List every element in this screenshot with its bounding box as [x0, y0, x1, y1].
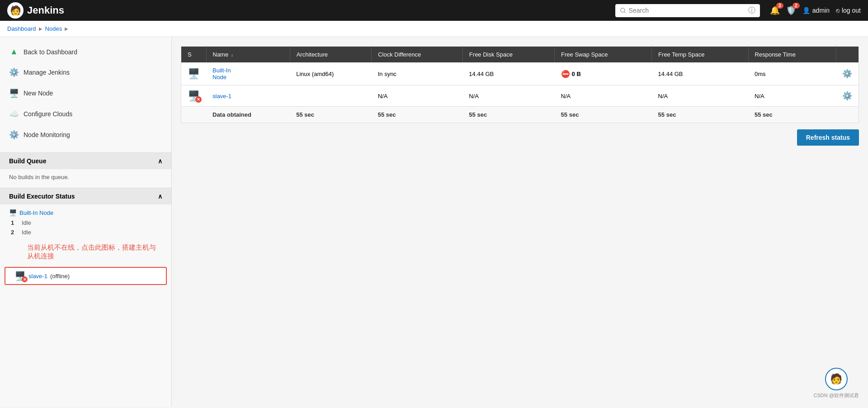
- node-monitoring-label: Node Monitoring: [24, 131, 70, 138]
- build-queue-body: No builds in the queue.: [0, 169, 171, 185]
- nodes-table-header: S Name ↓ Architecture Clock Difference F…: [181, 47, 859, 63]
- cloud-icon: ☁️: [9, 109, 19, 119]
- user-icon: 👤: [802, 7, 810, 14]
- node2-architecture: [290, 85, 372, 107]
- nodes-table: S Name ↓ Architecture Clock Difference F…: [181, 46, 859, 123]
- executor-2-idle: 2 Idle: [9, 228, 162, 237]
- nodes-table-body: 🖥️ Built-InNode Linux (amd64) In sync 14…: [181, 62, 859, 123]
- builtin-node-icon: 🖥️: [9, 209, 17, 216]
- main-header: 🧑 Jenkins ⓘ 🔔 3 🛡️ 2 👤 admin ⎋ log out: [0, 0, 868, 21]
- builtin-node-link[interactable]: Built-In Node: [19, 209, 53, 216]
- logo-text: Jenkins: [27, 5, 64, 16]
- node1-free-swap: ⛔ 0 B: [555, 62, 652, 85]
- help-icon[interactable]: ⓘ: [748, 6, 755, 15]
- watermark-face-icon: 🧑: [830, 373, 842, 385]
- notifications-button[interactable]: 🔔 3: [770, 5, 780, 15]
- breadcrumb-dashboard[interactable]: Dashboard: [7, 25, 36, 32]
- node2-gear-icon[interactable]: ⚙️: [842, 91, 852, 100]
- svg-line-1: [624, 12, 625, 13]
- footer-actions-col: [836, 107, 859, 123]
- sidebar-item-new-node[interactable]: 🖥️ New Node: [0, 83, 171, 104]
- search-icon: [620, 7, 626, 14]
- executor-1-idle: 1 Idle: [9, 218, 162, 228]
- watermark: 🧑 CSDN @软件测试君: [814, 368, 859, 399]
- build-executor-header[interactable]: Build Executor Status ∧: [0, 188, 171, 204]
- footer-temp-val: 55 sec: [652, 107, 748, 123]
- main-layout: ▲ Back to Dashboard ⚙️ Manage Jenkins 🖥️…: [0, 37, 868, 406]
- data-obtained-row: Data obtained 55 sec 55 sec 55 sec 55 se…: [181, 107, 859, 123]
- logout-label: log out: [842, 7, 861, 14]
- breadcrumb-nodes[interactable]: Nodes: [45, 25, 62, 32]
- node2-name-cell: slave-1: [206, 85, 290, 107]
- logo-face-icon: 🧑: [10, 5, 21, 16]
- gear-icon: ⚙️: [9, 67, 19, 77]
- node1-free-temp: 14.44 GB: [652, 62, 748, 85]
- node1-swap-value: 0 B: [572, 71, 581, 77]
- build-queue-section: Build Queue ∧ No builds in the queue.: [0, 152, 171, 185]
- sidebar: ▲ Back to Dashboard ⚙️ Manage Jenkins 🖥️…: [0, 37, 172, 406]
- slave1-link[interactable]: slave-1: [28, 273, 47, 280]
- user-menu[interactable]: 👤 admin: [802, 7, 830, 14]
- sidebar-item-configure-clouds[interactable]: ☁️ Configure Clouds: [0, 104, 171, 124]
- node1-actions[interactable]: ⚙️: [836, 62, 859, 85]
- logo-icon: 🧑: [7, 2, 24, 19]
- header-actions: 🔔 3 🛡️ 2 👤 admin ⎋ log out: [770, 5, 861, 15]
- executor-list: 🖥️ Built-In Node 1 Idle 2 Idle: [0, 204, 171, 240]
- executor-1-label: Idle: [22, 219, 31, 226]
- refresh-btn-row: Refresh status: [181, 129, 859, 146]
- node2-free-swap: N/A: [555, 85, 652, 107]
- node2-actions[interactable]: ⚙️: [836, 85, 859, 107]
- footer-label: Data obtained: [206, 107, 290, 123]
- annotation-text: 当前从机不在线，点击此图标，搭建主机与从机连接: [18, 240, 171, 264]
- logout-button[interactable]: ⎋ log out: [836, 7, 861, 14]
- node2-free-temp: N/A: [652, 85, 748, 107]
- sidebar-item-node-monitoring[interactable]: ⚙️ Node Monitoring: [0, 124, 171, 145]
- svg-point-0: [621, 8, 625, 12]
- table-row: 🖥️ ✕ slave-1 N/A N/A N/A N/A N/A ⚙️: [181, 85, 859, 107]
- col-free-swap: Free Swap Space: [555, 47, 652, 63]
- node2-icon: 🖥️ ✕: [188, 90, 200, 102]
- node2-clock-diff: N/A: [372, 85, 463, 107]
- sidebar-item-back-to-dashboard[interactable]: ▲ Back to Dashboard: [0, 42, 171, 62]
- stop-icon: ⛔: [561, 70, 570, 78]
- executor-builtin-node: 🖥️ Built-In Node: [9, 207, 162, 218]
- col-name: Name ↓: [206, 47, 290, 63]
- main-content: S Name ↓ Architecture Clock Difference F…: [172, 37, 868, 406]
- node1-name-cell: Built-InNode: [206, 62, 290, 85]
- node1-gear-icon[interactable]: ⚙️: [842, 69, 852, 78]
- build-queue-header[interactable]: Build Queue ∧: [0, 153, 171, 169]
- col-free-temp: Free Temp Space: [652, 47, 748, 63]
- col-s: S: [181, 47, 207, 63]
- sidebar-item-manage-jenkins[interactable]: ⚙️ Manage Jenkins: [0, 62, 171, 83]
- col-actions: [836, 47, 859, 63]
- node1-clock-diff: In sync: [372, 62, 463, 85]
- footer-architecture-val: 55 sec: [290, 107, 372, 123]
- footer-response-val: 55 sec: [748, 107, 836, 123]
- node1-architecture: Linux (amd64): [290, 62, 372, 85]
- footer-disk-val: 55 sec: [462, 107, 554, 123]
- watermark-circle: 🧑: [825, 368, 848, 390]
- new-node-label: New Node: [24, 90, 53, 97]
- slave1-icon: 🖥️ ✕: [14, 270, 26, 281]
- node2-name-link[interactable]: slave-1: [212, 93, 231, 100]
- col-architecture: Architecture: [290, 47, 372, 63]
- username-label: admin: [812, 7, 830, 14]
- configure-clouds-label: Configure Clouds: [24, 110, 72, 118]
- node1-status-cell: 🖥️: [181, 62, 207, 85]
- node2-status-cell: 🖥️ ✕: [181, 85, 207, 107]
- search-input[interactable]: [629, 7, 745, 14]
- footer-empty-col: [181, 107, 207, 123]
- col-free-disk: Free Disk Space: [462, 47, 554, 63]
- node1-name-link[interactable]: Built-InNode: [212, 67, 231, 81]
- build-executor-title: Build Executor Status: [9, 193, 75, 200]
- sort-arrow-icon: ↓: [231, 52, 233, 57]
- refresh-status-button[interactable]: Refresh status: [797, 129, 859, 146]
- node2-free-disk: N/A: [462, 85, 554, 107]
- breadcrumb-sep2: ▶: [65, 26, 68, 31]
- search-bar[interactable]: ⓘ: [615, 4, 760, 17]
- node1-icon: 🖥️: [188, 68, 200, 80]
- table-row: 🖥️ Built-InNode Linux (amd64) In sync 14…: [181, 62, 859, 85]
- build-queue-title: Build Queue: [9, 157, 46, 165]
- security-button[interactable]: 🛡️ 2: [786, 5, 796, 15]
- node2-response: N/A: [748, 85, 836, 107]
